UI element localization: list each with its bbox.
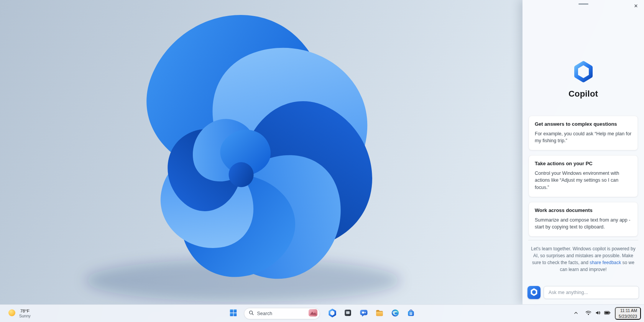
card-body: Summarize and compose text from any app …	[535, 217, 632, 230]
card-title: Take actions on your PC	[535, 161, 632, 166]
taskbar-center-icons: Search	[227, 305, 417, 322]
hidden-icons-chevron-icon	[573, 310, 578, 317]
start-icon	[229, 309, 238, 318]
copilot-icon	[328, 309, 337, 319]
copilot-suggestion-cards: Get answers to complex questions For exa…	[529, 116, 638, 237]
weather-temperature: 78°F	[19, 308, 31, 314]
file-explorer-icon	[375, 309, 384, 319]
search-label: Search	[257, 311, 306, 316]
copilot-title: Copilot	[568, 89, 598, 99]
weather-text: 78°F Sunny	[19, 308, 31, 319]
weather-condition: Sunny	[19, 314, 31, 319]
chat-button[interactable]	[357, 307, 370, 320]
volume-icon	[595, 310, 601, 317]
card-body: For example, you could ask “Help me plan…	[535, 130, 632, 144]
task-view-button[interactable]	[342, 307, 355, 320]
file-explorer-button[interactable]	[373, 307, 386, 320]
sun-icon	[8, 309, 16, 318]
tray-time: 11:11 AM	[620, 308, 637, 313]
weather-widget[interactable]: 78°F Sunny	[4, 305, 34, 322]
copilot-mini-icon	[530, 288, 538, 297]
search-icon	[249, 310, 254, 317]
clock[interactable]: 11:11 AM 5/23/2023	[615, 307, 641, 319]
card-title: Work across documents	[535, 207, 632, 213]
taskbar: 78°F Sunny	[0, 304, 644, 322]
daily-image-thumbnail	[309, 309, 318, 318]
start-button[interactable]	[227, 307, 240, 320]
store-icon	[406, 309, 415, 319]
system-tray: 11:11 AM 5/23/2023	[571, 305, 641, 322]
card-title: Get answers to complex questions	[535, 121, 632, 127]
card-work-across-documents: Work across documents Summarize and comp…	[529, 202, 638, 237]
network-volume-battery-button[interactable]	[583, 307, 613, 320]
card-take-actions: Take actions on your PC Control your Win…	[529, 155, 638, 197]
bloom-wallpaper-art	[15, 0, 468, 322]
share-feedback-link[interactable]: share feedback	[590, 260, 621, 265]
copilot-input-row	[527, 286, 639, 299]
copilot-disclaimer: Let's learn together. Windows copilot is…	[528, 245, 638, 273]
task-view-icon	[344, 309, 352, 318]
panel-drag-handle[interactable]	[578, 3, 588, 5]
copilot-logo-icon	[572, 61, 595, 84]
card-get-answers: Get answers to complex questions For exa…	[529, 116, 638, 150]
edge-icon	[391, 309, 399, 319]
edge-button[interactable]	[389, 307, 402, 320]
battery-icon	[604, 310, 611, 316]
copilot-ask-input[interactable]	[544, 286, 639, 299]
card-body: Control your Windows environment with ac…	[535, 170, 632, 191]
copilot-panel-header: ✕	[522, 0, 644, 12]
wifi-icon	[585, 310, 591, 317]
tray-date: 5/23/2023	[619, 314, 637, 319]
taskbar-search-box[interactable]: Search	[244, 308, 320, 319]
hidden-icons-button[interactable]	[571, 307, 581, 320]
store-button[interactable]	[404, 307, 417, 320]
panel-close-button[interactable]: ✕	[631, 1, 641, 10]
taskbar-copilot-button[interactable]	[326, 307, 339, 320]
copilot-panel: ✕ Copilot Get answers to complex questio…	[522, 0, 644, 304]
chat-icon	[359, 309, 368, 319]
copilot-chat-icon-button[interactable]	[527, 286, 540, 299]
copilot-disclaimer-section: Let's learn together. Windows copilot is…	[528, 240, 638, 273]
